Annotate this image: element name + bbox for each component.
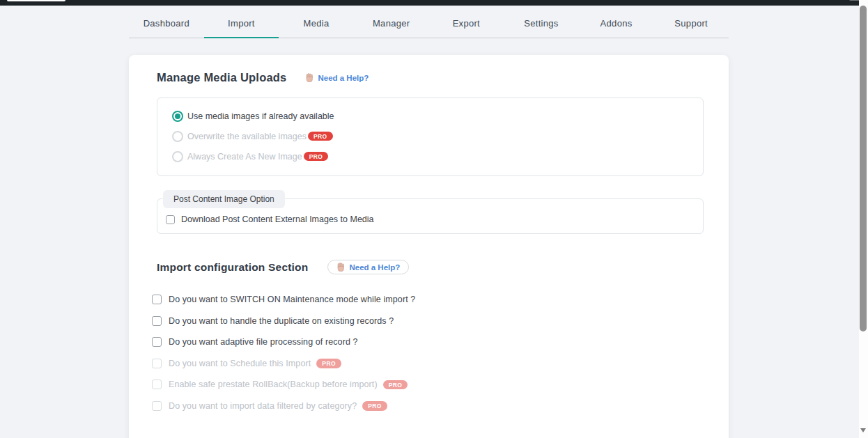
import-config-help-button[interactable]: Need a Help?	[327, 260, 409, 274]
media-uploads-title: Manage Media Uploads	[157, 71, 286, 84]
pro-badge: PRO	[304, 152, 329, 162]
tab-support[interactable]: Support	[653, 12, 729, 38]
hand-icon	[336, 263, 346, 272]
option-maintenance-mode[interactable]: Do you want to SWITCH ON Maintenance mod…	[152, 289, 705, 311]
radio-overwrite-images[interactable]	[172, 131, 183, 142]
tab-addons[interactable]: Addons	[579, 12, 654, 38]
post-content-image-group: Post Content Image Option Download Post …	[157, 198, 704, 234]
active-tab-indicator	[204, 37, 279, 38]
tab-media[interactable]: Media	[279, 12, 354, 38]
radio-row-use-media-images[interactable]: Use media images if already available	[172, 106, 703, 126]
radio-label: Use media images if already available	[187, 111, 334, 121]
plugin-nav-tabs: Dashboard Import Media Manager Export Se…	[129, 12, 729, 38]
media-uploads-help-label: Need a Help?	[318, 74, 369, 82]
radio-always-create-new[interactable]	[172, 151, 183, 162]
radio-row-overwrite-images[interactable]: Overwrite the available images PRO	[172, 126, 703, 146]
radio-label: Overwrite the available images	[187, 132, 307, 141]
plugin-nav-wrap: Dashboard Import Media Manager Export Se…	[0, 6, 868, 38]
scrollbar-thumb[interactable]	[860, 6, 867, 331]
safe-rollback-checkbox[interactable]	[152, 380, 162, 389]
import-config-help-label: Need a Help?	[349, 263, 400, 272]
scrollbar-down-arrow[interactable]	[860, 428, 866, 432]
tab-dashboard[interactable]: Dashboard	[129, 12, 204, 38]
tab-manager[interactable]: Manager	[354, 12, 429, 38]
option-label: Do you want adaptive file processing of …	[169, 337, 358, 347]
download-external-images-row[interactable]: Download Post Content External Images to…	[166, 214, 703, 224]
radio-label: Always Create As New Image	[187, 152, 302, 162]
option-safe-rollback[interactable]: Enable safe prestate RollBack(Backup bef…	[152, 374, 705, 396]
adaptive-processing-checkbox[interactable]	[152, 337, 162, 347]
pro-badge: PRO	[362, 401, 387, 411]
maintenance-mode-checkbox[interactable]	[152, 295, 162, 304]
post-content-legend: Post Content Image Option	[163, 190, 285, 208]
option-adaptive-processing[interactable]: Do you want adaptive file processing of …	[152, 331, 705, 353]
pro-badge: PRO	[383, 380, 408, 390]
vertical-scrollbar[interactable]	[859, 0, 868, 438]
schedule-import-checkbox[interactable]	[152, 359, 162, 368]
import-settings-card: Manage Media Uploads Need a Help? Use me…	[129, 55, 729, 438]
download-external-images-label: Download Post Content External Images to…	[181, 214, 374, 224]
wp-admin-bar: ↻ 3 0 + New Howdy, admin	[0, 0, 868, 6]
media-uploads-header: Manage Media Uploads Need a Help?	[157, 71, 705, 84]
pro-badge: PRO	[316, 359, 341, 368]
hand-icon	[305, 73, 314, 82]
handle-duplicates-checkbox[interactable]	[152, 316, 162, 326]
option-label: Enable safe prestate RollBack(Backup bef…	[169, 380, 378, 389]
tab-import-label: Import	[228, 18, 255, 29]
option-handle-duplicates[interactable]: Do you want to handle the duplicate on e…	[152, 311, 705, 332]
option-label: Do you want to handle the duplicate on e…	[169, 316, 394, 326]
download-external-images-checkbox[interactable]	[166, 215, 175, 224]
import-config-options: Do you want to SWITCH ON Maintenance mod…	[152, 289, 705, 416]
option-schedule-import[interactable]: Do you want to Schedule this Import PRO	[152, 353, 705, 375]
import-config-header: Import configuration Section Need a Help…	[157, 260, 705, 274]
option-label: Do you want to import data filtered by c…	[169, 401, 357, 411]
media-uploads-help-link[interactable]: Need a Help?	[305, 73, 369, 82]
filter-by-category-checkbox[interactable]	[152, 401, 162, 411]
option-label: Do you want to SWITCH ON Maintenance mod…	[169, 295, 415, 304]
tab-import[interactable]: Import	[204, 12, 279, 38]
pro-badge: PRO	[308, 132, 333, 141]
site-name-highlight[interactable]	[7, 0, 65, 1]
option-label: Do you want to Schedule this Import	[169, 359, 311, 368]
tab-settings[interactable]: Settings	[504, 12, 579, 38]
import-config-title: Import configuration Section	[157, 261, 308, 274]
media-upload-options-box: Use media images if already available Ov…	[157, 97, 704, 176]
tab-export[interactable]: Export	[429, 12, 504, 38]
option-filter-by-category[interactable]: Do you want to import data filtered by c…	[152, 396, 705, 417]
radio-row-always-create-new[interactable]: Always Create As New Image PRO	[172, 146, 703, 166]
radio-use-media-images[interactable]	[172, 111, 183, 122]
